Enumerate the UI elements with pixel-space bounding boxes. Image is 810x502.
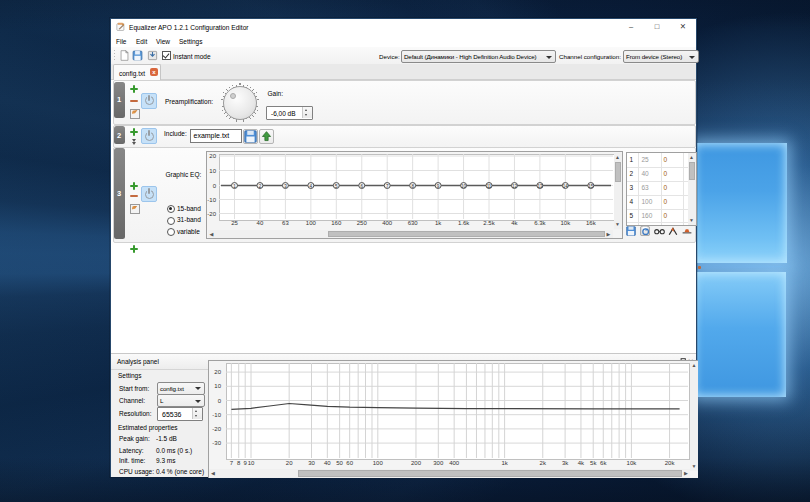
svg-text:13: 13 <box>537 184 543 189</box>
svg-text:11: 11 <box>487 184 492 189</box>
svg-text:15: 15 <box>588 184 594 189</box>
svg-text:12: 12 <box>512 184 518 189</box>
svg-text:14: 14 <box>563 184 569 189</box>
svg-text:10: 10 <box>461 184 467 189</box>
